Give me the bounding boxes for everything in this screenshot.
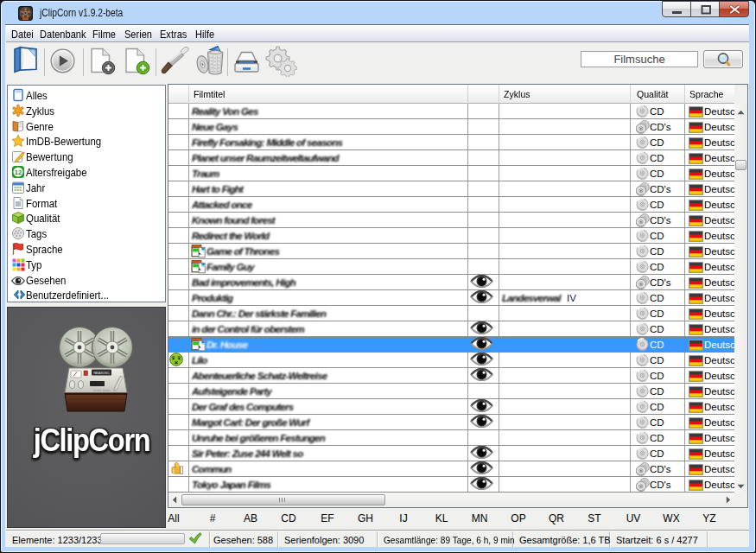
svg-text:Solid State: Solid State: [93, 388, 110, 392]
svg-text:PANASONIC: PANASONIC: [93, 372, 110, 375]
svg-text:12: 12: [15, 168, 22, 176]
